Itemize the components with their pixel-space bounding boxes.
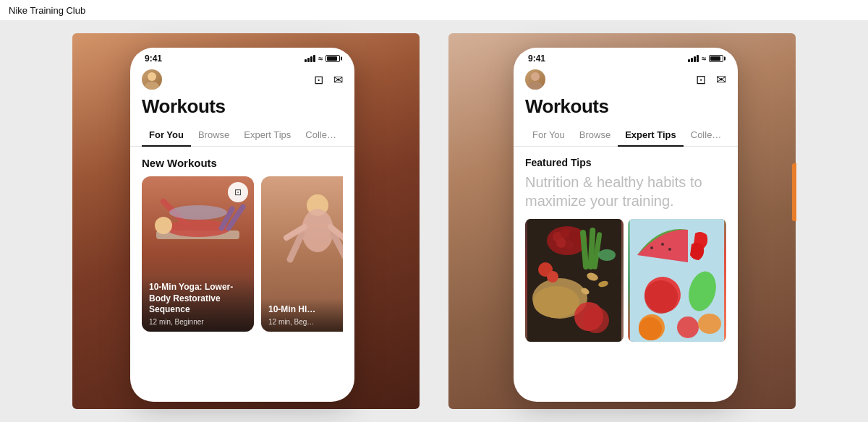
svg-point-29 [531,72,540,81]
left-status-bar: 9:41 ≈ [130,48,354,66]
svg-point-8 [148,72,156,81]
left-tab-for-you[interactable]: For You [142,124,191,146]
svg-point-30 [528,82,542,90]
signal-icon [305,55,315,62]
svg-point-38 [573,236,582,245]
svg-point-16 [169,205,227,220]
svg-line-19 [290,234,302,259]
left-tab-expert-tips[interactable]: Expert Tips [237,124,298,146]
right-tab-browse[interactable]: Browse [572,124,618,146]
right-tabs: For You Browse Expert Tips Colle… [514,124,738,147]
food-photo-right [628,219,726,342]
svg-point-57 [639,317,662,340]
yoga-card-meta: 12 min, Beginner [149,318,247,326]
svg-point-12 [155,217,172,234]
right-tab-collections[interactable]: Colle… [684,124,729,146]
left-phone-header: ⊡ ✉ [130,66,354,94]
bookmark-outline-icon: ⊡ [234,187,242,197]
right-phone-frame: 9:41 ≈ [514,48,738,402]
accent-bar [792,163,796,221]
svg-point-48 [583,307,609,333]
left-workouts-title: Workouts [130,94,354,124]
hiit-illustration [261,176,343,263]
left-phone-content: New Workouts [130,147,354,342]
left-tab-collections[interactable]: Colle… [298,124,344,146]
svg-point-54 [644,280,678,314]
left-phone-frame: 9:41 ≈ [130,48,354,402]
featured-tips-label: Featured Tips [525,157,726,168]
svg-point-43 [533,286,579,318]
svg-point-50 [547,271,558,283]
right-bookmark-icon[interactable]: ⊡ [696,72,706,87]
workout-card-hiit[interactable]: 10-Min HI… 12 min, Beg… [261,176,343,332]
svg-point-37 [565,241,574,249]
svg-point-51 [598,249,616,261]
hiit-card-title: 10-Min HI… [268,304,343,316]
tips-image-left[interactable] [525,219,624,342]
right-tab-expert-tips[interactable]: Expert Tips [618,124,684,146]
yoga-card-title: 10-Min Yoga: Lower-Body Restorative Sequ… [149,282,247,316]
left-header-icons: ⊡ ✉ [314,73,343,87]
workout-card-yoga[interactable]: ⊡ 10-Min Yoga: Lower-Body Restorative Se… [142,176,254,332]
svg-point-9 [145,82,159,90]
new-workouts-title: New Workouts [142,157,343,169]
svg-point-59 [698,314,721,334]
right-wifi-icon: ≈ [702,54,706,63]
app-title: Nike Training Club [9,5,85,16]
right-tab-for-you[interactable]: For You [525,124,572,146]
food-photo-left [525,219,624,342]
svg-point-61 [661,243,664,246]
right-signal-icon [688,55,699,62]
left-status-icons: ≈ [305,54,340,63]
svg-point-36 [556,238,566,248]
wifi-icon: ≈ [318,54,323,63]
main-area: 9:41 ≈ [0,20,868,422]
svg-point-60 [650,246,653,249]
top-bar: Nike Training Club [0,0,868,20]
hiit-card-info: 10-Min HI… 12 min, Beg… [261,298,343,332]
svg-point-18 [302,209,333,252]
svg-point-58 [677,316,699,338]
left-status-time: 9:41 [145,53,162,64]
right-status-icons: ≈ [688,54,723,63]
battery-icon [326,55,340,62]
right-header-icons: ⊡ ✉ [696,72,726,87]
featured-tips-subtitle: Nutrition & healthy habits to maximize y… [525,173,726,210]
right-status-bar: 9:41 ≈ [514,48,738,66]
right-status-time: 9:41 [528,53,545,64]
yoga-card-info: 10-Min Yoga: Lower-Body Restorative Sequ… [142,276,254,332]
workout-cards-list: ⊡ 10-Min Yoga: Lower-Body Restorative Se… [142,176,343,332]
right-phone-group: 9:41 ≈ [448,33,796,409]
right-battery-icon [709,55,723,62]
right-workouts-title: Workouts [514,94,738,124]
left-card-bookmark[interactable]: ⊡ [228,182,248,202]
left-bookmark-icon[interactable]: ⊡ [314,73,323,87]
left-phone-group: 9:41 ≈ [72,33,420,409]
right-message-icon[interactable]: ✉ [716,72,726,87]
tips-images-container [525,219,726,342]
left-message-icon[interactable]: ✉ [333,73,343,87]
left-avatar[interactable] [142,69,162,90]
svg-point-62 [668,248,671,251]
hiit-card-meta: 12 min, Beg… [268,318,343,326]
right-phone-content: Featured Tips Nutrition & healthy habits… [514,147,738,352]
left-tab-browse[interactable]: Browse [191,124,237,146]
right-phone-header: ⊡ ✉ [514,66,738,94]
right-avatar[interactable] [525,69,545,90]
left-tabs: For You Browse Expert Tips Colle… [130,124,354,147]
tips-image-right[interactable] [628,219,726,342]
